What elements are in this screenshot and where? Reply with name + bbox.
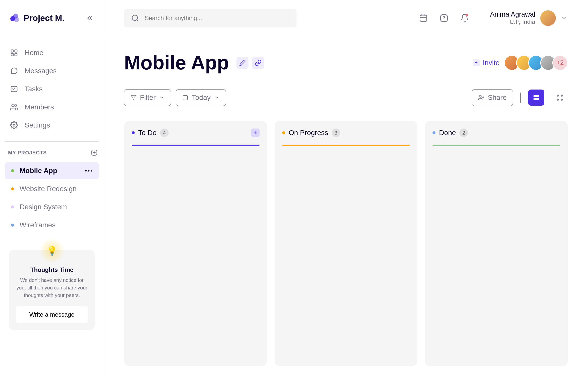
sidebar-collapse-button[interactable] <box>85 14 94 23</box>
column-title: To Do <box>138 129 157 137</box>
svg-point-17 <box>557 99 558 100</box>
link-icon <box>255 60 261 66</box>
svg-point-12 <box>479 95 481 97</box>
write-message-button[interactable]: Write a message <box>16 306 88 323</box>
column-dot-icon <box>282 131 285 134</box>
svg-rect-3 <box>15 54 17 56</box>
invite-label: Invite <box>483 59 500 67</box>
divider <box>520 93 521 103</box>
project-website-redesign[interactable]: Website Redesign <box>5 180 99 197</box>
project-design-system[interactable]: Design System <box>5 198 99 216</box>
project-more-button[interactable] <box>85 170 93 172</box>
grid-icon <box>556 94 564 102</box>
chevron-down-icon <box>159 95 165 100</box>
nav-label: Home <box>25 49 43 57</box>
kanban-board: To Do 4 + On Progress 3 <box>124 121 568 366</box>
list-view-button[interactable] <box>528 90 544 106</box>
page-header: Mobile App + Invite <box>124 51 568 74</box>
sidebar: Project M. Home Messages <box>0 0 104 381</box>
svg-point-15 <box>557 95 558 96</box>
svg-rect-1 <box>15 50 17 52</box>
messages-icon <box>10 66 19 75</box>
project-mobile-app[interactable]: Mobile App <box>5 162 99 179</box>
settings-icon <box>10 121 19 130</box>
chevron-down-icon <box>214 95 220 100</box>
project-dot-icon <box>11 224 14 227</box>
logo-icon <box>10 13 20 23</box>
nav-label: Tasks <box>25 85 43 93</box>
help-icon <box>439 14 449 23</box>
column-count-badge: 3 <box>332 129 340 137</box>
column-divider <box>282 145 410 146</box>
app-name: Project M. <box>24 13 64 23</box>
nav-label: Members <box>25 103 54 111</box>
share-label: Share <box>488 94 507 102</box>
project-dot-icon <box>11 187 14 190</box>
project-label: Mobile App <box>20 167 57 175</box>
project-label: Wireframes <box>20 221 56 229</box>
lightbulb-icon: 💡 <box>39 238 65 263</box>
member-overflow-count: +2 <box>552 55 568 71</box>
nav-messages[interactable]: Messages <box>5 62 99 80</box>
svg-point-16 <box>561 95 562 96</box>
add-card-button[interactable]: + <box>251 129 260 137</box>
topbar-icons <box>418 13 470 23</box>
search-box[interactable] <box>124 9 297 27</box>
user-location: U.P, India <box>490 18 535 25</box>
list-icon <box>532 94 540 102</box>
members-icon <box>10 103 19 112</box>
nav-tasks[interactable]: Tasks <box>5 80 99 98</box>
user-profile[interactable]: Anima Agrawal U.P, India <box>490 10 568 26</box>
filter-dropdown[interactable]: Filter <box>124 89 171 106</box>
calendar-icon <box>182 95 188 101</box>
content: Mobile App + Invite <box>104 36 588 381</box>
sidebar-header: Project M. <box>0 0 104 36</box>
nav-settings[interactable]: Settings <box>5 116 99 134</box>
column-divider <box>432 145 560 146</box>
svg-rect-14 <box>533 98 539 100</box>
share-icon <box>478 95 484 101</box>
calendar-button[interactable] <box>418 13 429 23</box>
filter-label: Filter <box>140 94 156 102</box>
svg-point-5 <box>12 104 15 107</box>
column-progress: On Progress 3 <box>275 121 418 366</box>
projects-label: MY PROJECTS <box>8 150 47 156</box>
member-avatar-stack[interactable]: +2 <box>504 55 568 71</box>
project-label: Design System <box>20 203 67 211</box>
home-icon <box>10 48 19 57</box>
column-title: On Progress <box>289 129 328 137</box>
nav-members[interactable]: Members <box>5 98 99 116</box>
project-wireframes[interactable]: Wireframes <box>5 217 99 234</box>
share-button[interactable]: Share <box>472 89 513 106</box>
svg-rect-0 <box>11 50 13 52</box>
date-dropdown[interactable]: Today <box>176 89 226 106</box>
project-dot-icon <box>11 169 14 172</box>
column-divider <box>132 145 260 146</box>
thoughts-card: 💡 Thoughts Time We don't have any notice… <box>9 250 95 330</box>
invite-button[interactable]: + Invite <box>473 59 500 67</box>
date-label: Today <box>192 94 211 102</box>
invite-group: + Invite +2 <box>473 55 568 71</box>
notifications-button[interactable] <box>459 13 470 23</box>
search-input[interactable] <box>145 15 289 22</box>
search-icon <box>131 14 139 22</box>
project-label: Website Redesign <box>20 185 77 193</box>
thoughts-title: Thoughts Time <box>16 266 88 273</box>
page-title: Mobile App <box>124 51 229 74</box>
nav-home[interactable]: Home <box>5 44 99 62</box>
nav-label: Messages <box>25 67 57 75</box>
column-todo: To Do 4 + <box>124 121 267 366</box>
grid-view-button[interactable] <box>552 90 568 106</box>
svg-rect-11 <box>183 96 187 100</box>
nav-label: Settings <box>25 121 50 129</box>
user-name: Anima Agrawal <box>490 11 535 18</box>
help-button[interactable] <box>439 13 449 23</box>
controls-row: Filter Today Share <box>124 89 568 106</box>
column-dot-icon <box>132 131 135 134</box>
primary-nav: Home Messages Tasks Members <box>0 36 104 134</box>
add-project-button[interactable] <box>91 149 98 156</box>
svg-rect-9 <box>420 15 427 22</box>
main: Anima Agrawal U.P, India Mobile App <box>104 0 588 381</box>
link-button[interactable] <box>252 57 264 69</box>
edit-title-button[interactable] <box>236 57 249 69</box>
